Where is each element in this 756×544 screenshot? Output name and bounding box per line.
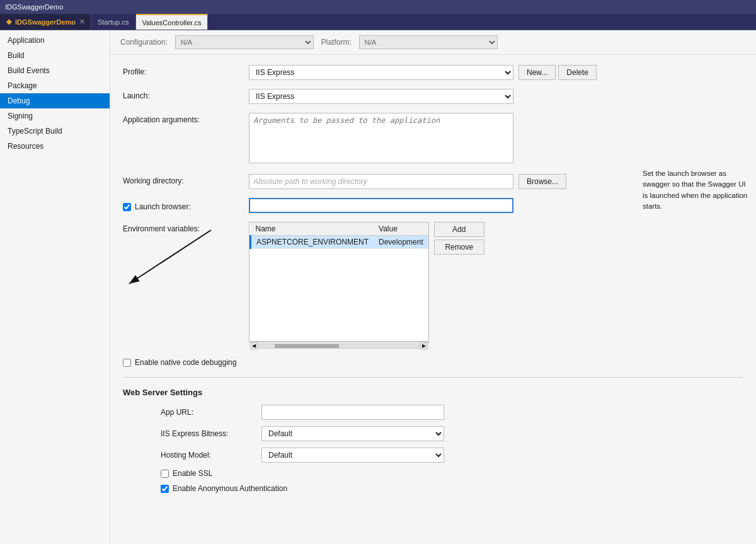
- tab-startup[interactable]: Startup.cs: [91, 14, 136, 30]
- enable-native-checkbox[interactable]: [123, 359, 131, 367]
- new-button[interactable]: New...: [518, 65, 556, 80]
- annotation-box: Set the launch browser as swagger so tha…: [643, 168, 750, 212]
- enable-ssl-checkbox[interactable]: [161, 470, 169, 478]
- hosting-model-select[interactable]: Default In Process Out of Process: [261, 448, 444, 463]
- scroll-right-btn[interactable]: ▶: [420, 342, 428, 350]
- tab-valuescontroller[interactable]: ValuesController.cs: [136, 14, 209, 30]
- enable-anon-auth-row: Enable Anonymous Authentication: [161, 484, 743, 493]
- configuration-select[interactable]: N/A: [175, 35, 314, 49]
- remove-button[interactable]: Remove: [434, 240, 484, 255]
- scroll-left-btn[interactable]: ◀: [250, 342, 258, 350]
- sidebar-item-build[interactable]: Build: [0, 48, 110, 63]
- web-server-section-title: Web Server Settings: [123, 388, 743, 397]
- app-url-control: http://localhost:34968: [261, 405, 444, 420]
- sidebar-item-build-events[interactable]: Build Events: [0, 63, 110, 78]
- launch-browser-checkbox[interactable]: [123, 203, 131, 211]
- tab-valuescontroller-label: ValuesController.cs: [142, 19, 202, 26]
- env-table: Name Value ASPNETCORE_ENVIRONMENT Develo…: [249, 223, 428, 249]
- settings-content: Profile: IIS Express New... Delete Launc…: [110, 55, 756, 509]
- profile-label: Profile:: [123, 65, 249, 76]
- env-vars-section: Name Value ASPNETCORE_ENVIRONMENT Develo…: [249, 222, 429, 349]
- app-url-label: App URL:: [161, 408, 261, 417]
- delete-button[interactable]: Delete: [558, 65, 597, 80]
- launch-browser-control: swagger: [249, 198, 513, 213]
- iis-bitness-control: Default 32-bit 64-bit: [261, 426, 444, 441]
- tab-startup-label: Startup.cs: [98, 18, 129, 26]
- sidebar-item-signing[interactable]: Signing: [0, 108, 110, 124]
- platform-select[interactable]: N/A: [359, 35, 498, 49]
- app-url-input[interactable]: http://localhost:34968: [261, 405, 444, 420]
- enable-anon-auth-checkbox[interactable]: [161, 485, 169, 493]
- env-vars-label: Environment variables:: [123, 222, 249, 233]
- browse-button[interactable]: Browse...: [518, 174, 566, 189]
- launch-control: IIS Express: [249, 89, 513, 104]
- tab-project[interactable]: ◆ IDGSwaggerDemo ✕: [0, 14, 91, 30]
- tab-project-label: IDGSwaggerDemo: [15, 18, 76, 26]
- env-vars-row: Environment variables: Name Value: [123, 222, 743, 349]
- config-bar: Configuration: N/A Platform: N/A: [110, 30, 756, 55]
- title-bar: IDGSwaggerDemo: [0, 0, 756, 14]
- sidebar-item-debug[interactable]: Debug: [0, 93, 110, 108]
- launch-label: Launch:: [123, 89, 249, 100]
- sidebar-item-resources[interactable]: Resources: [0, 139, 110, 154]
- content-area: Configuration: N/A Platform: N/A Profile…: [110, 30, 756, 544]
- scrollbar-thumb: [275, 344, 339, 348]
- sidebar: Application Build Build Events Package D…: [0, 30, 110, 544]
- browse-btn-group: Browse...: [518, 174, 566, 189]
- main-layout: Application Build Build Events Package D…: [0, 30, 756, 544]
- iis-bitness-label: IIS Express Bitness:: [161, 429, 261, 438]
- profile-btn-group: New... Delete: [518, 65, 597, 80]
- table-row[interactable]: ASPNETCORE_ENVIRONMENT Development: [251, 236, 428, 249]
- iis-bitness-select[interactable]: Default 32-bit 64-bit: [261, 426, 444, 441]
- env-btn-group: Add Remove: [434, 222, 484, 255]
- hosting-model-row: Hosting Model: Default In Process Out of…: [161, 448, 743, 463]
- app-args-label: Application arguments:: [123, 113, 249, 124]
- launch-browser-input[interactable]: swagger: [249, 198, 513, 213]
- tab-bar: ◆ IDGSwaggerDemo ✕ Startup.cs ValuesCont…: [0, 14, 756, 30]
- iis-bitness-row: IIS Express Bitness: Default 32-bit 64-b…: [161, 426, 743, 441]
- horizontal-scrollbar[interactable]: ◀ ▶: [249, 342, 429, 349]
- app-args-textarea[interactable]: [249, 113, 513, 163]
- hosting-model-label: Hosting Model:: [161, 451, 261, 460]
- enable-anon-auth-label: Enable Anonymous Authentication: [173, 484, 287, 493]
- launch-select[interactable]: IIS Express: [249, 89, 513, 104]
- sidebar-item-typescript-build[interactable]: TypeScript Build: [0, 124, 110, 139]
- close-icon[interactable]: ✕: [79, 18, 84, 25]
- app-title: IDGSwaggerDemo: [5, 3, 63, 11]
- section-divider: [123, 377, 743, 378]
- env-col-value: Value: [374, 223, 428, 236]
- enable-ssl-label: Enable SSL: [173, 469, 212, 478]
- hosting-model-control: Default In Process Out of Process: [261, 448, 444, 463]
- platform-label: Platform:: [321, 38, 352, 47]
- enable-native-row: Enable native code debugging: [123, 358, 743, 367]
- launch-row: Launch: IIS Express: [123, 89, 743, 104]
- add-button[interactable]: Add: [434, 222, 484, 237]
- profile-row: Profile: IIS Express New... Delete: [123, 65, 743, 80]
- app-args-control: [249, 113, 513, 165]
- working-dir-input[interactable]: [249, 174, 513, 189]
- web-server-form: App URL: http://localhost:34968 IIS Expr…: [123, 405, 743, 493]
- env-name-cell: ASPNETCORE_ENVIRONMENT: [251, 236, 374, 249]
- profile-control: IIS Express: [249, 65, 513, 80]
- project-icon: ◆: [6, 18, 11, 26]
- launch-browser-label: Launch browser:: [135, 202, 191, 211]
- app-args-row: Application arguments:: [123, 113, 743, 165]
- env-col-name: Name: [251, 223, 374, 236]
- app-url-row: App URL: http://localhost:34968: [161, 405, 743, 420]
- annotation-text: Set the launch browser as swagger so tha…: [643, 170, 747, 210]
- scrollbar-track[interactable]: [258, 344, 420, 349]
- launch-browser-label-cell: Launch browser:: [123, 200, 249, 211]
- working-dir-label: Working directory:: [123, 174, 249, 185]
- configuration-label: Configuration:: [120, 38, 168, 47]
- working-dir-control: [249, 174, 513, 189]
- env-value-cell: Development: [374, 236, 428, 249]
- sidebar-item-package[interactable]: Package: [0, 78, 110, 93]
- env-table-wrapper: Name Value ASPNETCORE_ENVIRONMENT Develo…: [249, 222, 429, 342]
- sidebar-item-application[interactable]: Application: [0, 33, 110, 48]
- profile-select[interactable]: IIS Express: [249, 65, 513, 80]
- enable-ssl-row: Enable SSL: [161, 469, 743, 478]
- enable-native-label: Enable native code debugging: [135, 358, 236, 367]
